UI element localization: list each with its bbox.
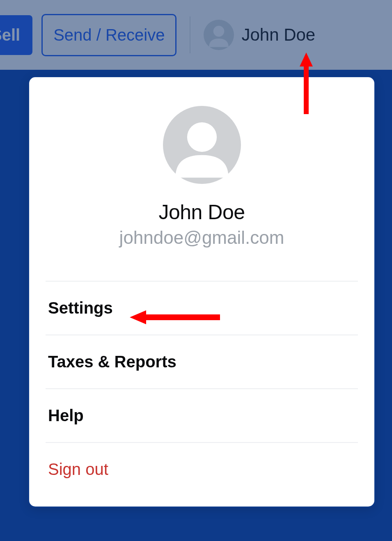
menu-label: Sign out <box>48 460 108 479</box>
backdrop-dimmer <box>0 0 392 70</box>
svg-marker-5 <box>300 53 313 66</box>
menu-item-sign-out[interactable]: Sign out <box>46 442 358 490</box>
menu-label: Help <box>48 406 84 425</box>
svg-point-3 <box>187 122 216 152</box>
menu-item-taxes-reports[interactable]: Taxes & Reports <box>46 335 358 388</box>
annotation-arrow-icon <box>130 307 220 328</box>
profile-dropdown: John Doe johndoe@gmail.com Settings Taxe… <box>28 76 376 508</box>
menu-item-help[interactable]: Help <box>46 388 358 442</box>
menu-label: Taxes & Reports <box>48 353 177 371</box>
profile-display-name: John Doe <box>46 200 358 224</box>
svg-marker-7 <box>130 310 146 324</box>
avatar-icon <box>163 106 241 184</box>
menu-label: Settings <box>48 299 113 317</box>
annotation-arrow-icon <box>299 53 314 114</box>
profile-email: johndoe@gmail.com <box>46 227 358 248</box>
